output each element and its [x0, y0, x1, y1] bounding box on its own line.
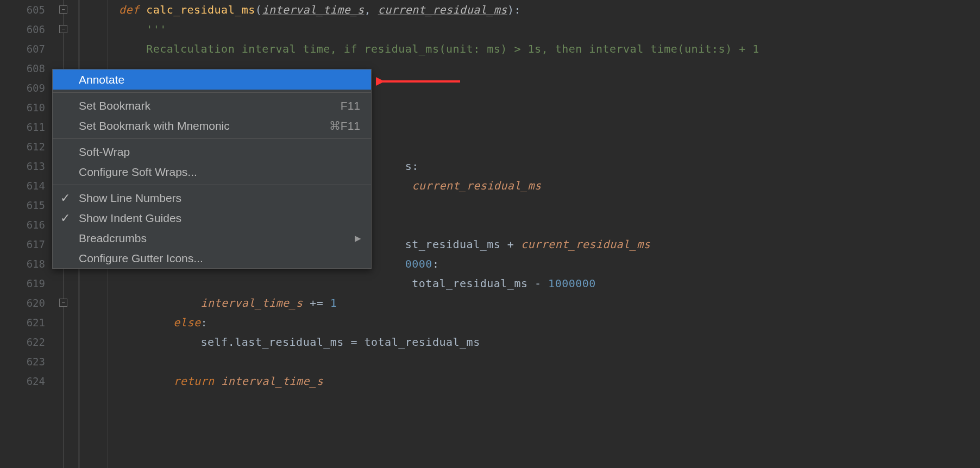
menu-item-set-bookmark[interactable]: Set Bookmark F11	[53, 96, 371, 116]
line-number[interactable]: 621	[0, 313, 45, 332]
line-number[interactable]: 620	[0, 293, 45, 313]
menu-item-annotate[interactable]: Annotate	[53, 69, 371, 90]
check-icon: ✓	[60, 191, 70, 205]
line-number[interactable]: 616	[0, 215, 45, 235]
menu-item-configure-soft-wraps[interactable]: Configure Soft Wraps...	[53, 162, 371, 182]
menu-item-show-indent-guides[interactable]: ✓ Show Indent Guides	[53, 208, 371, 228]
line-number[interactable]: 615	[0, 195, 45, 215]
fold-toggle-icon[interactable]: −	[59, 25, 67, 33]
code-line[interactable]: '''	[119, 20, 980, 39]
code-line[interactable]: return interval_time_s	[119, 371, 980, 391]
line-number-gutter[interactable]: 605 606 607 608 609 610 611 612 613 614 …	[0, 0, 57, 468]
menu-item-set-bookmark-mnemonic[interactable]: Set Bookmark with Mnemonic ⌘F11	[53, 116, 371, 136]
line-number[interactable]: 624	[0, 371, 45, 391]
line-number[interactable]: 612	[0, 137, 45, 156]
menu-separator	[53, 138, 371, 139]
menu-item-soft-wrap[interactable]: Soft-Wrap	[53, 142, 371, 162]
line-number[interactable]: 623	[0, 352, 45, 371]
line-number[interactable]: 617	[0, 235, 45, 254]
gutter-context-menu: Annotate Set Bookmark F11 Set Bookmark w…	[52, 69, 372, 269]
line-number[interactable]: 611	[0, 117, 45, 137]
line-number[interactable]: 610	[0, 98, 45, 117]
code-line[interactable]: interval_time_s += 1	[119, 293, 980, 313]
line-number[interactable]: 618	[0, 254, 45, 274]
chevron-right-icon: ▶	[355, 233, 361, 243]
menu-item-configure-gutter-icons[interactable]: Configure Gutter Icons...	[53, 248, 371, 268]
line-number[interactable]: 614	[0, 176, 45, 195]
code-line[interactable]: else:	[119, 313, 980, 332]
line-number[interactable]: 613	[0, 156, 45, 176]
line-number[interactable]: 622	[0, 332, 45, 352]
line-number[interactable]: 607	[0, 39, 45, 59]
line-number[interactable]: 619	[0, 274, 45, 293]
code-line[interactable]: self.last_residual_ms = total_residual_m…	[119, 332, 980, 352]
line-number[interactable]: 608	[0, 59, 45, 78]
check-icon: ✓	[60, 211, 70, 225]
menu-separator	[53, 185, 371, 185]
code-line[interactable]: def calc_residual_ms(interval_time_s, cu…	[119, 0, 980, 20]
code-line[interactable]: Recalculation interval time, if residual…	[119, 39, 980, 59]
menu-separator	[53, 92, 371, 93]
line-number[interactable]: 609	[0, 78, 45, 98]
fold-toggle-icon[interactable]: −	[59, 299, 67, 307]
line-number[interactable]: 605	[0, 0, 45, 20]
code-line[interactable]: total_residual_ms - 1000000	[119, 274, 980, 293]
line-number[interactable]: 606	[0, 20, 45, 39]
fold-toggle-icon[interactable]: −	[59, 5, 67, 14]
menu-item-show-line-numbers[interactable]: ✓ Show Line Numbers	[53, 188, 371, 208]
code-line[interactable]	[119, 352, 980, 371]
menu-item-breadcrumbs[interactable]: Breadcrumbs ▶	[53, 228, 371, 248]
